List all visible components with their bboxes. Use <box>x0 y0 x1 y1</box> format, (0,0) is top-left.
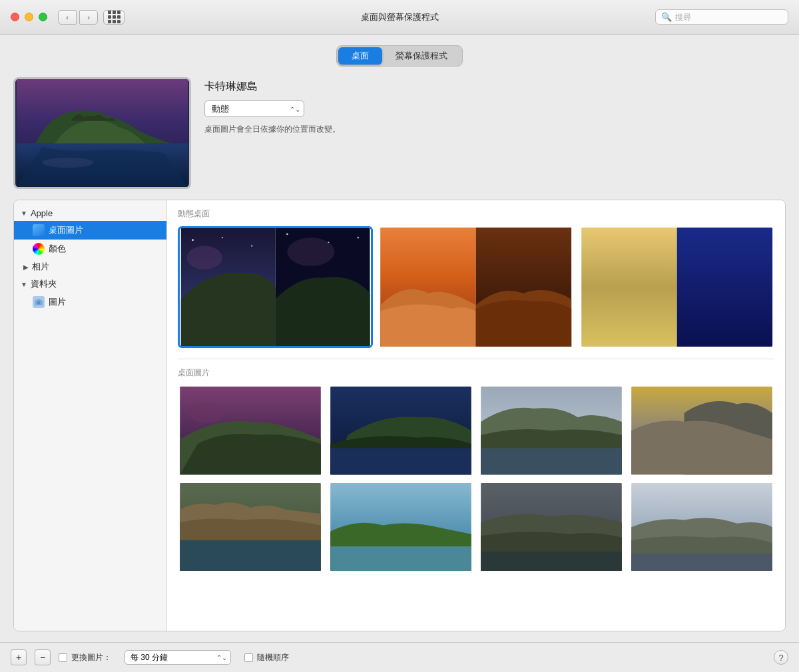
bottom-bar: + − 更換圖片： 每 30 分鐘 每 1 小時 每天 登入時 喚醒時 ⌃⌄ 隨… <box>0 642 799 672</box>
svg-point-9 <box>287 238 334 266</box>
content-area: 動態桌面 <box>167 200 785 631</box>
close-button[interactable] <box>11 13 19 21</box>
random-checkbox[interactable] <box>244 653 253 662</box>
change-image-checkbox[interactable] <box>59 653 67 662</box>
triangle-down-icon: ▼ <box>21 281 27 288</box>
wallpaper-mojave-dynamic[interactable] <box>378 226 573 348</box>
change-image-label: 更換圖片： <box>71 652 111 663</box>
sidebar: ▼ Apple 桌面圖片 顏色 ▶ 相片 ▼ 資料夾 <box>14 200 167 631</box>
section-divider <box>178 359 774 359</box>
wallpaper-blue-dynamic[interactable] <box>579 226 774 348</box>
add-button[interactable]: + <box>11 649 27 665</box>
tab-group: 桌面 螢幕保護程式 <box>336 45 463 67</box>
wallpaper-static-6[interactable] <box>328 482 473 572</box>
static-section-title: 桌面圖片 <box>178 367 774 379</box>
interval-select[interactable]: 每 30 分鐘 每 1 小時 每天 登入時 喚醒時 <box>125 650 231 665</box>
svg-point-4 <box>37 301 41 305</box>
search-input[interactable] <box>675 13 782 22</box>
svg-point-2 <box>42 158 93 168</box>
photos-folder-icon <box>33 296 45 308</box>
main-content: 桌面 螢幕保護程式 <box>0 35 799 642</box>
apps-grid-button[interactable] <box>103 10 125 25</box>
preview-area: 卡特琳娜島 動態 靜態 明亮 ⌃⌄ 桌面圖片會全日依據你的位置而改變。 <box>13 77 786 189</box>
triangle-right-icon: ▶ <box>23 263 29 271</box>
svg-point-14 <box>328 242 329 243</box>
dropdown-wrapper: 動態 靜態 明亮 ⌃⌄ <box>204 100 304 117</box>
svg-rect-32 <box>481 552 622 571</box>
static-wallpaper-grid <box>178 385 774 572</box>
interval-dropdown: 每 30 分鐘 每 1 小時 每天 登入時 喚醒時 ⌃⌄ <box>125 650 231 665</box>
search-box[interactable]: 🔍 <box>655 9 788 25</box>
sidebar-section-label: Apple <box>31 208 53 218</box>
preview-description: 桌面圖片會全日依據你的位置而改變。 <box>204 124 340 135</box>
svg-point-10 <box>192 239 194 241</box>
sidebar-apple-section[interactable]: ▼ Apple <box>14 206 166 221</box>
svg-rect-18 <box>581 228 676 347</box>
svg-point-12 <box>251 245 252 246</box>
dynamic-section-title: 動態桌面 <box>178 208 774 220</box>
triangle-down-icon: ▼ <box>21 210 27 217</box>
wallpaper-static-8[interactable] <box>629 482 774 572</box>
svg-point-8 <box>187 246 222 269</box>
random-label: 隨機順序 <box>257 652 289 663</box>
wallpaper-catalina-dynamic[interactable] <box>178 226 373 348</box>
remove-button[interactable]: − <box>35 649 51 665</box>
svg-rect-34 <box>631 553 772 570</box>
titlebar: ‹ › 桌面與螢幕保護程式 🔍 <box>0 0 799 35</box>
wallpaper-name: 卡特琳娜島 <box>204 80 340 94</box>
sidebar-photos-section[interactable]: ▶ 相片 <box>14 258 166 275</box>
svg-rect-5 <box>37 299 41 301</box>
minimize-button[interactable] <box>25 13 33 21</box>
dynamic-section: 動態桌面 <box>178 208 774 348</box>
preview-thumbnail <box>13 77 191 189</box>
sidebar-item-label: 顏色 <box>49 243 66 255</box>
sidebar-item-colors[interactable]: 顏色 <box>14 240 166 258</box>
svg-rect-28 <box>180 540 321 571</box>
sidebar-item-label: 桌面圖片 <box>49 224 83 236</box>
camera-icon <box>34 298 43 306</box>
fullscreen-button[interactable] <box>39 13 47 21</box>
bottom-panel: ▼ Apple 桌面圖片 顏色 ▶ 相片 ▼ 資料夾 <box>13 200 786 631</box>
back-button[interactable]: ‹ <box>58 10 77 25</box>
svg-point-21 <box>188 403 224 424</box>
sidebar-item-desktop-pictures[interactable]: 桌面圖片 <box>14 221 166 240</box>
dynamic-wallpaper-grid <box>178 226 774 348</box>
tab-desktop[interactable]: 桌面 <box>338 47 382 65</box>
forward-button[interactable]: › <box>79 10 98 25</box>
svg-point-11 <box>222 237 223 238</box>
sidebar-section-label: 資料夾 <box>31 278 57 290</box>
dropdown-row: 動態 靜態 明亮 ⌃⌄ <box>204 100 340 117</box>
color-wheel-icon <box>33 243 45 255</box>
grid-icon <box>108 11 121 23</box>
random-row: 隨機順序 <box>244 652 289 663</box>
sidebar-folders-section[interactable]: ▼ 資料夾 <box>14 275 166 293</box>
tab-screensaver[interactable]: 螢幕保護程式 <box>382 47 461 65</box>
preview-info: 卡特琳娜島 動態 靜態 明亮 ⌃⌄ 桌面圖片會全日依據你的位置而改變。 <box>204 77 340 135</box>
svg-rect-23 <box>330 448 471 475</box>
help-button[interactable]: ? <box>774 650 788 665</box>
tabs-row: 桌面 螢幕保護程式 <box>13 45 786 67</box>
svg-rect-25 <box>481 448 622 475</box>
window-title: 桌面與螢幕保護程式 <box>361 11 439 23</box>
search-icon: 🔍 <box>661 12 672 22</box>
sidebar-item-pictures-folder[interactable]: 圖片 <box>14 293 166 311</box>
traffic-lights <box>11 13 47 21</box>
wallpaper-static-4[interactable] <box>629 385 774 476</box>
nav-buttons: ‹ › <box>58 10 98 25</box>
wallpaper-static-7[interactable] <box>479 482 624 572</box>
preview-image <box>15 79 189 187</box>
wallpaper-static-1[interactable] <box>178 385 323 476</box>
wallpaper-static-2[interactable] <box>328 385 473 476</box>
wallpaper-static-3[interactable] <box>479 385 624 476</box>
options-col: 隨機順序 <box>244 652 289 663</box>
change-image-row: 更換圖片： <box>59 652 111 663</box>
svg-rect-30 <box>330 546 471 571</box>
svg-point-13 <box>286 233 288 235</box>
wallpaper-static-5[interactable] <box>178 482 323 572</box>
display-mode-select[interactable]: 動態 靜態 明亮 <box>204 100 304 117</box>
static-section: 桌面圖片 <box>178 367 774 572</box>
sidebar-item-label: 圖片 <box>49 296 66 308</box>
sidebar-section-label: 相片 <box>32 261 49 273</box>
svg-point-15 <box>357 237 359 239</box>
svg-rect-19 <box>676 228 772 347</box>
